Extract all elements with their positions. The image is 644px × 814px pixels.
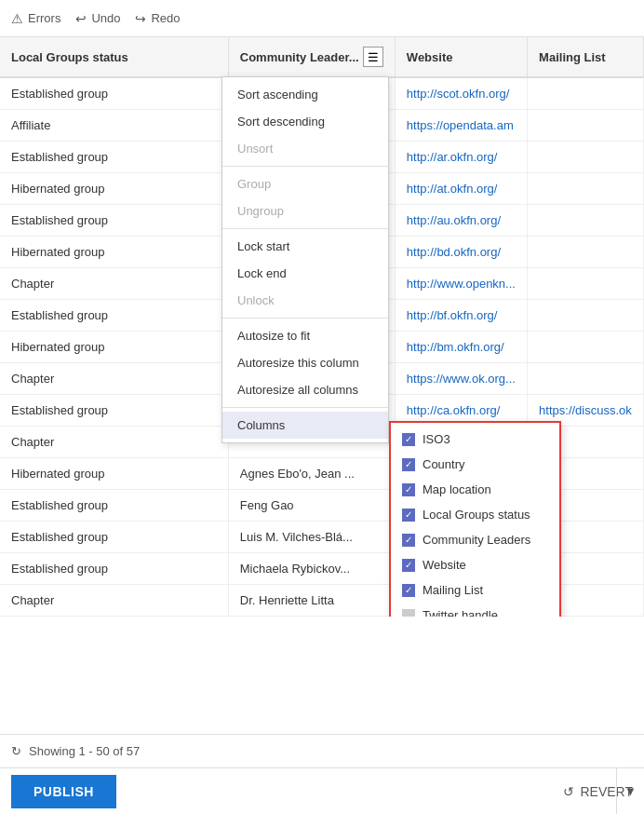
redo-button[interactable]: ↪ Redo [135,11,180,26]
cell-mailing [528,173,644,205]
cell-status: Chapter [0,585,228,617]
column-label: ISO3 [423,432,450,446]
dropdown-area: Sort ascendingSort descendingUnsortGroup… [221,76,389,443]
menu-divider [222,407,388,408]
column-label: Country [423,457,465,471]
column-toggle-item[interactable]: ✓Mailing List [391,577,559,603]
cell-status: Established group [0,490,228,522]
cell-status: Established group [0,300,228,332]
menu-item: Group [222,170,388,197]
cell-website: http://ar.okfn.org/ [395,142,527,173]
errors-button[interactable]: ⚠ Errors [11,11,60,26]
cell-status: Established group [0,77,228,110]
cell-mailing [528,142,644,173]
column-checkbox[interactable]: ✓ [402,584,415,597]
cell-leader: Dr. Henriette Litta [228,585,395,617]
menu-item[interactable]: Autosize to fit [222,322,388,349]
column-checkbox[interactable] [402,609,415,617]
cell-status: Hibernated group [0,237,228,268]
cell-mailing [528,363,644,395]
cell-status: Established group [0,522,228,553]
cell-mailing [528,268,644,300]
table-header-row: Local Groups status Community Leader... … [0,37,644,77]
menu-item[interactable]: Autoresize all columns [222,376,388,403]
cell-website: http://bf.okfn.org/ [395,300,527,332]
publish-button[interactable]: PUBLISH [11,775,116,808]
column-toggle-item[interactable]: ✓ISO3 [391,427,559,452]
cell-website: https://opendata.am [395,110,527,142]
col-header-local-groups-status: Local Groups status [0,37,228,77]
cell-status: Established group [0,553,228,585]
column-checkbox[interactable]: ✓ [402,433,415,446]
cell-status: Established group [0,205,228,237]
expand-icon[interactable]: ▼ [624,784,637,798]
column-menu-button[interactable]: ☰ [363,47,383,67]
cell-website: http://au.okfn.org/ [395,205,527,237]
error-icon: ⚠ [11,11,23,26]
column-toggle-item[interactable]: ✓Country [391,452,559,477]
column-toggle-item[interactable]: ✓Website [391,552,559,577]
context-menu: Sort ascendingSort descendingUnsortGroup… [221,76,389,443]
column-toggle-item[interactable]: ✓Community Leaders [391,527,559,552]
cell-mailing [528,332,644,363]
undo-icon: ↩ [75,11,87,26]
cell-mailing [528,110,644,142]
table-container: Local Groups status Community Leader... … [0,37,644,617]
cell-mailing [528,205,644,237]
menu-divider [222,166,388,167]
menu-item[interactable]: Sort ascending [222,81,388,108]
showing-text: Showing 1 - 50 of 57 [29,744,140,758]
redo-icon: ↪ [135,11,146,26]
column-checkbox[interactable]: ✓ [402,509,415,522]
cell-status: Affiliate [0,110,228,142]
menu-item[interactable]: Lock start [222,233,388,260]
revert-icon: ↺ [563,784,574,799]
cell-website: http://at.okfn.org/ [395,173,527,205]
column-checkbox[interactable]: ✓ [402,559,415,572]
cell-status: Hibernated group [0,332,228,363]
menu-item[interactable]: Autoresize this column [222,349,388,376]
cell-status: Hibernated group [0,458,228,490]
refresh-icon[interactable]: ↻ [11,744,21,758]
column-checkbox[interactable]: ✓ [402,534,415,547]
cell-leader: Agnes Ebo'o, Jean ... [228,458,395,490]
cell-status: Established group [0,395,228,427]
cell-mailing [528,300,644,332]
column-checkbox[interactable]: ✓ [402,483,415,496]
menu-item: Unlock [222,287,388,314]
col-header-mailing-list: Mailing List [528,37,644,77]
cell-mailing [528,77,644,110]
cell-leader: Michaela Rybickov... [228,553,395,585]
menu-item: Ungroup [222,197,388,224]
cell-status: Chapter [0,427,228,458]
footer: ↻ Showing 1 - 50 of 57 [0,734,644,767]
col-header-label: Community Leader... [240,50,359,64]
cell-website: http://bd.okfn.org/ [395,237,527,268]
menu-item[interactable]: Lock end [222,260,388,287]
cell-mailing [528,237,644,268]
undo-label: Undo [91,11,120,25]
cell-leader: Feng Gao [228,490,395,522]
col-header-website: Website [395,37,527,77]
menu-item[interactable]: Sort descending [222,108,388,135]
toolbar: ⚠ Errors ↩ Undo ↪ Redo [0,0,644,37]
column-label: Mailing List [423,583,483,597]
errors-label: Errors [28,11,60,25]
menu-item[interactable]: Columns [222,412,388,439]
column-label: Community Leaders [423,533,530,547]
cell-website: http://bm.okfn.org/ [395,332,527,363]
menu-divider [222,228,388,229]
column-toggle-item[interactable]: ✓Map location [391,477,559,502]
column-label: Map location [423,482,491,496]
column-label: Website [423,558,466,572]
col-header-label: Website [407,50,453,64]
column-checkbox[interactable]: ✓ [402,458,415,471]
cell-website: http://www.openkn... [395,268,527,300]
column-toggle-item[interactable]: ✓Local Groups status [391,502,559,527]
bottom-bar: PUBLISH ↺ REVERT ▼ [0,767,644,814]
column-toggle-item[interactable]: Twitter handle [391,603,559,617]
col-header-label: Mailing List [539,50,606,64]
cell-status: Chapter [0,268,228,300]
undo-button[interactable]: ↩ Undo [75,11,120,26]
cell-status: Established group [0,142,228,173]
